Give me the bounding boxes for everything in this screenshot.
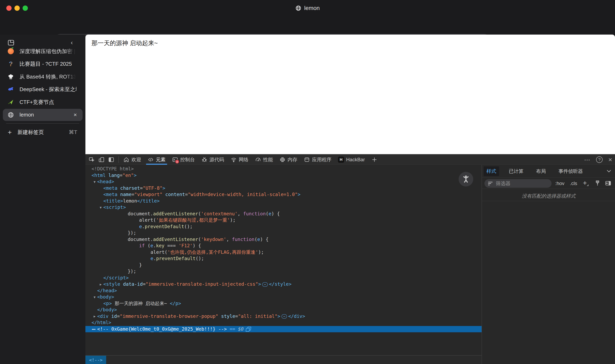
code-segment: ); [230, 217, 236, 223]
code-segment: <!DOCTYPE html> [92, 166, 134, 171]
code-segment: }); [128, 269, 136, 274]
breadcrumb-comment-node[interactable]: <!--> [85, 356, 106, 364]
devtools-tab-内存[interactable]: 内存 [276, 155, 301, 165]
dom-tree-line[interactable]: e.preventDefault(); [85, 223, 482, 230]
node-adorner-icon[interactable] [246, 327, 251, 332]
collapsed-arrow-icon[interactable]: ▶ [98, 281, 103, 288]
devtools-close-icon[interactable]: × [608, 156, 612, 164]
expand-arrow-icon[interactable]: ▼ [92, 294, 97, 300]
inspect-element-icon[interactable] [89, 156, 95, 163]
dom-tree-line[interactable]: <meta charset="UTF-8"> [85, 185, 482, 192]
dom-tree-line[interactable]: alert('如果右键跟酸与涩,都只是梦一重'); [85, 217, 482, 223]
sidebar-tab--ctf-2025[interactable]: ?比赛题目 - ?CTF 2025 [3, 58, 83, 70]
code-segment: "all: initial" [238, 313, 277, 319]
devtools-tab-欢迎[interactable]: 欢迎 [120, 155, 144, 165]
styles-filter-input[interactable]: 筛选器 [484, 179, 551, 188]
computed-panel-toggle-icon[interactable] [605, 180, 611, 186]
dom-tree-line[interactable]: ▼<body> [85, 294, 482, 300]
dom-tree-line[interactable]: <html lang="en"> [85, 172, 482, 179]
inline-expand-icon[interactable]: ⋯ [262, 282, 268, 287]
sidebar-tab-deepseek-[interactable]: DeepSeek - 探索未至之境 [3, 83, 83, 96]
dom-tree-line[interactable]: ▶<div id="immersive-translate-browser-po… [85, 313, 482, 320]
dom-tree-line[interactable]: <title>lemon</title> [85, 198, 482, 204]
dom-tree-line[interactable]: ▼<head> [85, 179, 482, 185]
floating-extension-button[interactable] [458, 172, 473, 186]
device-toolbar-icon[interactable] [98, 156, 105, 163]
code-segment: </html> [92, 320, 111, 325]
devtools-help-icon[interactable]: ? [596, 156, 602, 163]
devtools-tab-label: 欢迎 [131, 156, 141, 163]
activity-bar-icon[interactable] [108, 156, 114, 163]
styles-tab-事件侦听器[interactable]: 事件侦听器 [556, 166, 586, 176]
devtools-tab-网络[interactable]: 网络 [227, 155, 252, 165]
devtools-tab-more[interactable] [368, 155, 381, 165]
code-segment: <meta [103, 185, 117, 191]
collapsed-arrow-icon[interactable]: ▶ [92, 313, 97, 320]
code-segment: data-id [120, 281, 143, 287]
dom-tree-line[interactable]: ▼<script> [85, 204, 482, 211]
sidebar-tab-label: 比赛题目 - ?CTF 2025 [20, 60, 77, 67]
selected-comment-node[interactable]: •••<!-- 0xGame{Welc0me_t0_0xG@me_2025_We… [85, 326, 482, 332]
application-icon [304, 156, 310, 163]
dom-tree-line[interactable]: </head> [85, 287, 482, 294]
code-segment: }); [128, 230, 136, 235]
sidebar-tab-lemon[interactable]: lemon× [3, 109, 83, 121]
dom-tree-line[interactable]: <meta name="viewport" content="width=dev… [85, 191, 482, 198]
dom-tree-line[interactable]: document.addEventListener('keydown', fun… [85, 236, 482, 243]
code-segment: == [227, 326, 238, 332]
code-segment: "en" [122, 173, 134, 178]
code-segment: style [218, 313, 235, 319]
dom-tree-line[interactable]: if (e.key === 'F12') { [85, 243, 482, 249]
dom-tree-line[interactable]: }); [85, 230, 482, 236]
toggle-hover-state-button[interactable]: :hov [555, 181, 564, 186]
dom-tree-line[interactable]: <p> 那一天的源神 启动起来~ </p> [85, 300, 482, 307]
code-segment: preventDefault [145, 224, 184, 229]
sidebar-tab-label: 深度理解压缩包伪加密 | C3 [20, 48, 77, 55]
toggle-class-button[interactable]: .cls [570, 181, 577, 186]
elements-tree[interactable]: <!DOCTYPE html><html lang="en">▼<head><m… [85, 165, 482, 355]
dom-tree-line[interactable]: } [85, 262, 482, 268]
dom-tree-line[interactable]: alert('也许我,仍会选择,某个FLAG,再跟你重逢'); [85, 249, 482, 256]
dom-tree-line[interactable]: </script> [85, 275, 482, 281]
dom-tree-line[interactable]: <!DOCTYPE html> [85, 166, 482, 172]
memory-icon [279, 156, 286, 163]
chevron-down-icon[interactable] [606, 168, 612, 174]
expand-arrow-icon[interactable]: ▼ [98, 204, 103, 211]
code-segment: ( [266, 211, 269, 216]
devtools-toolbar-divider [118, 156, 119, 163]
devtools-tab-源代码[interactable]: 源代码 [198, 155, 227, 165]
expand-arrow-icon[interactable]: ▼ [92, 179, 97, 185]
devtools-tab-HackBar[interactable]: HHackBar [335, 155, 368, 165]
devtools-tab-应用程序[interactable]: 应用程序 [301, 155, 335, 165]
dom-tree-line[interactable]: </body> [85, 307, 482, 313]
devtools-tab-性能[interactable]: 性能 [252, 155, 276, 165]
code-segment: ) { [193, 243, 201, 248]
rendering-brush-icon[interactable] [594, 180, 601, 186]
code-segment: ( [145, 243, 150, 248]
collapse-sidebar-icon[interactable]: ‹ [71, 39, 77, 46]
styles-tab-样式[interactable]: 样式 [484, 166, 499, 176]
sidebar-tab-ctf-[interactable]: CTF+竞赛节点 [3, 96, 83, 108]
sidebar-tab--c3[interactable]: 深度理解压缩包伪加密 | C3 [3, 45, 83, 57]
devtools-tab-元素[interactable]: 元素 [144, 155, 169, 165]
devtools-menu-icon[interactable]: ⋯ [584, 156, 590, 163]
dom-tree-line[interactable]: }); [85, 268, 482, 275]
code-segment: function [232, 237, 254, 242]
dom-tree-line[interactable]: e.preventDefault(); [85, 255, 482, 262]
plus-icon [371, 156, 378, 163]
dom-tree-line[interactable]: </html> [85, 319, 482, 326]
close-tab-icon[interactable]: × [72, 112, 78, 118]
devtools-tab-label: 网络 [239, 156, 249, 163]
new-style-rule-button[interactable]: + [583, 179, 587, 187]
new-tab-button[interactable]: + 新建标签页 ⌘T [3, 126, 83, 138]
code-segment: . [153, 256, 156, 261]
dom-tree-line[interactable]: document.addEventListener('contextmenu',… [85, 211, 482, 217]
dom-tree-line[interactable]: ▶<style data-id="immersive-translate-inp… [85, 281, 482, 287]
devtools-tab-控制台[interactable]: x控制台 [169, 155, 198, 165]
inline-expand-icon[interactable]: ⋯ [281, 314, 287, 319]
sidebar-tab--base64-rot13-[interactable]: 从 Base64 转换, ROT13 暴 [3, 71, 83, 83]
code-segment: charset [117, 185, 140, 191]
code-segment: > [298, 192, 301, 197]
styles-tab-已计算[interactable]: 已计算 [506, 166, 526, 176]
styles-tab-布局[interactable]: 布局 [533, 166, 549, 176]
